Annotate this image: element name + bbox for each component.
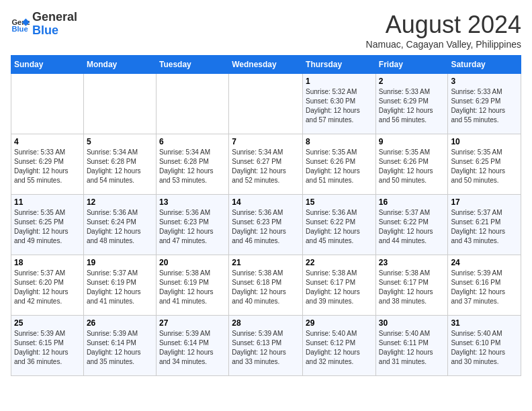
day-info: Sunrise: 5:37 AM Sunset: 6:20 PM Dayligh… (14, 269, 81, 306)
day-info: Sunrise: 5:35 AM Sunset: 6:25 PM Dayligh… (14, 208, 81, 246)
day-info: Sunrise: 5:34 AM Sunset: 6:28 PM Dayligh… (87, 148, 153, 185)
header-row: SundayMondayTuesdayWednesdayThursdayFrid… (11, 56, 521, 74)
calendar-cell: 10Sunrise: 5:35 AM Sunset: 6:25 PM Dayli… (448, 134, 521, 195)
calendar-cell: 30Sunrise: 5:40 AM Sunset: 6:11 PM Dayli… (375, 316, 448, 376)
day-info: Sunrise: 5:36 AM Sunset: 6:24 PM Dayligh… (87, 208, 153, 246)
day-number: 21 (232, 258, 300, 267)
day-header-tuesday: Tuesday (156, 56, 228, 74)
day-number: 29 (306, 318, 373, 328)
calendar-cell: 23Sunrise: 5:38 AM Sunset: 6:17 PM Dayli… (375, 255, 448, 316)
day-number: 11 (14, 197, 81, 207)
day-info: Sunrise: 5:35 AM Sunset: 6:26 PM Dayligh… (379, 148, 445, 185)
day-number: 28 (232, 318, 300, 328)
day-header-sunday: Sunday (11, 56, 84, 74)
day-number: 30 (379, 318, 445, 328)
calendar-cell: 7Sunrise: 5:34 AM Sunset: 6:27 PM Daylig… (229, 134, 303, 195)
day-number: 12 (87, 197, 153, 207)
title-section: August 2024 Namuac, Cagayan Valley, Phil… (366, 11, 521, 50)
day-info: Sunrise: 5:38 AM Sunset: 6:19 PM Dayligh… (159, 269, 226, 306)
day-number: 16 (379, 197, 445, 207)
day-info: Sunrise: 5:36 AM Sunset: 6:23 PM Dayligh… (159, 208, 226, 246)
calendar-cell: 31Sunrise: 5:40 AM Sunset: 6:10 PM Dayli… (448, 316, 521, 376)
day-info: Sunrise: 5:38 AM Sunset: 6:17 PM Dayligh… (379, 269, 445, 306)
calendar-cell: 8Sunrise: 5:35 AM Sunset: 6:26 PM Daylig… (303, 134, 376, 195)
day-number: 18 (14, 258, 81, 267)
calendar-cell: 15Sunrise: 5:36 AM Sunset: 6:22 PM Dayli… (303, 195, 376, 255)
day-number: 8 (306, 137, 373, 146)
svg-text:Blue: Blue (11, 25, 28, 33)
day-info: Sunrise: 5:40 AM Sunset: 6:10 PM Dayligh… (451, 329, 518, 367)
day-number: 27 (159, 318, 226, 328)
month-year: August 2024 (366, 11, 521, 39)
week-row-5: 25Sunrise: 5:39 AM Sunset: 6:15 PM Dayli… (11, 316, 521, 376)
day-number: 1 (306, 77, 373, 86)
day-info: Sunrise: 5:36 AM Sunset: 6:22 PM Dayligh… (306, 208, 373, 246)
calendar-cell: 26Sunrise: 5:39 AM Sunset: 6:14 PM Dayli… (83, 316, 156, 376)
day-info: Sunrise: 5:32 AM Sunset: 6:30 PM Dayligh… (306, 87, 373, 125)
calendar-cell (156, 74, 228, 134)
day-number: 13 (159, 197, 226, 207)
day-info: Sunrise: 5:38 AM Sunset: 6:17 PM Dayligh… (306, 269, 373, 306)
day-number: 2 (379, 77, 445, 86)
calendar-cell: 21Sunrise: 5:38 AM Sunset: 6:18 PM Dayli… (229, 255, 303, 316)
day-number: 4 (14, 137, 81, 146)
calendar-cell: 6Sunrise: 5:34 AM Sunset: 6:28 PM Daylig… (156, 134, 228, 195)
logo-text: General Blue (32, 11, 77, 38)
day-number: 10 (451, 137, 518, 146)
calendar-cell (83, 74, 156, 134)
calendar-cell: 17Sunrise: 5:37 AM Sunset: 6:21 PM Dayli… (448, 195, 521, 255)
day-info: Sunrise: 5:33 AM Sunset: 6:29 PM Dayligh… (451, 87, 518, 125)
day-info: Sunrise: 5:39 AM Sunset: 6:15 PM Dayligh… (14, 329, 81, 367)
calendar-table: SundayMondayTuesdayWednesdayThursdayFrid… (11, 55, 521, 376)
calendar-cell: 5Sunrise: 5:34 AM Sunset: 6:28 PM Daylig… (83, 134, 156, 195)
calendar-cell: 25Sunrise: 5:39 AM Sunset: 6:15 PM Dayli… (11, 316, 84, 376)
calendar-cell: 19Sunrise: 5:37 AM Sunset: 6:19 PM Dayli… (83, 255, 156, 316)
calendar-cell: 11Sunrise: 5:35 AM Sunset: 6:25 PM Dayli… (11, 195, 84, 255)
calendar-cell: 13Sunrise: 5:36 AM Sunset: 6:23 PM Dayli… (156, 195, 228, 255)
calendar-cell: 1Sunrise: 5:32 AM Sunset: 6:30 PM Daylig… (303, 74, 376, 134)
day-number: 14 (232, 197, 300, 207)
calendar-cell: 24Sunrise: 5:39 AM Sunset: 6:16 PM Dayli… (448, 255, 521, 316)
day-info: Sunrise: 5:36 AM Sunset: 6:23 PM Dayligh… (232, 208, 300, 246)
day-number: 25 (14, 318, 81, 328)
location: Namuac, Cagayan Valley, Philippines (366, 39, 521, 50)
day-header-friday: Friday (375, 56, 448, 74)
day-header-thursday: Thursday (303, 56, 376, 74)
calendar-cell (11, 74, 84, 134)
day-header-wednesday: Wednesday (229, 56, 303, 74)
day-info: Sunrise: 5:34 AM Sunset: 6:28 PM Dayligh… (159, 148, 226, 185)
calendar-cell: 27Sunrise: 5:39 AM Sunset: 6:14 PM Dayli… (156, 316, 228, 376)
day-info: Sunrise: 5:39 AM Sunset: 6:16 PM Dayligh… (451, 269, 518, 306)
calendar-cell: 28Sunrise: 5:39 AM Sunset: 6:13 PM Dayli… (229, 316, 303, 376)
day-number: 9 (379, 137, 445, 146)
day-info: Sunrise: 5:38 AM Sunset: 6:18 PM Dayligh… (232, 269, 300, 306)
calendar-cell: 20Sunrise: 5:38 AM Sunset: 6:19 PM Dayli… (156, 255, 228, 316)
calendar-cell: 22Sunrise: 5:38 AM Sunset: 6:17 PM Dayli… (303, 255, 376, 316)
logo: General Blue General Blue (11, 11, 77, 38)
calendar-cell: 16Sunrise: 5:37 AM Sunset: 6:22 PM Dayli… (375, 195, 448, 255)
calendar-cell: 29Sunrise: 5:40 AM Sunset: 6:12 PM Dayli… (303, 316, 376, 376)
calendar-cell: 18Sunrise: 5:37 AM Sunset: 6:20 PM Dayli… (11, 255, 84, 316)
page-header: General Blue General Blue August 2024 Na… (11, 11, 521, 50)
day-info: Sunrise: 5:39 AM Sunset: 6:14 PM Dayligh… (87, 329, 153, 367)
day-number: 22 (306, 258, 373, 267)
day-info: Sunrise: 5:33 AM Sunset: 6:29 PM Dayligh… (379, 87, 445, 125)
day-number: 3 (451, 77, 518, 86)
calendar-cell: 4Sunrise: 5:33 AM Sunset: 6:29 PM Daylig… (11, 134, 84, 195)
day-number: 6 (159, 137, 226, 146)
calendar-cell: 14Sunrise: 5:36 AM Sunset: 6:23 PM Dayli… (229, 195, 303, 255)
day-header-monday: Monday (83, 56, 156, 74)
day-number: 31 (451, 318, 518, 328)
calendar-cell: 2Sunrise: 5:33 AM Sunset: 6:29 PM Daylig… (375, 74, 448, 134)
day-header-saturday: Saturday (448, 56, 521, 74)
day-number: 7 (232, 137, 300, 146)
day-number: 24 (451, 258, 518, 267)
day-info: Sunrise: 5:35 AM Sunset: 6:26 PM Dayligh… (306, 148, 373, 185)
calendar-cell: 3Sunrise: 5:33 AM Sunset: 6:29 PM Daylig… (448, 74, 521, 134)
day-info: Sunrise: 5:40 AM Sunset: 6:11 PM Dayligh… (379, 329, 445, 367)
day-info: Sunrise: 5:33 AM Sunset: 6:29 PM Dayligh… (14, 148, 81, 185)
day-info: Sunrise: 5:35 AM Sunset: 6:25 PM Dayligh… (451, 148, 518, 185)
day-number: 23 (379, 258, 445, 267)
day-info: Sunrise: 5:37 AM Sunset: 6:21 PM Dayligh… (451, 208, 518, 246)
day-number: 17 (451, 197, 518, 207)
